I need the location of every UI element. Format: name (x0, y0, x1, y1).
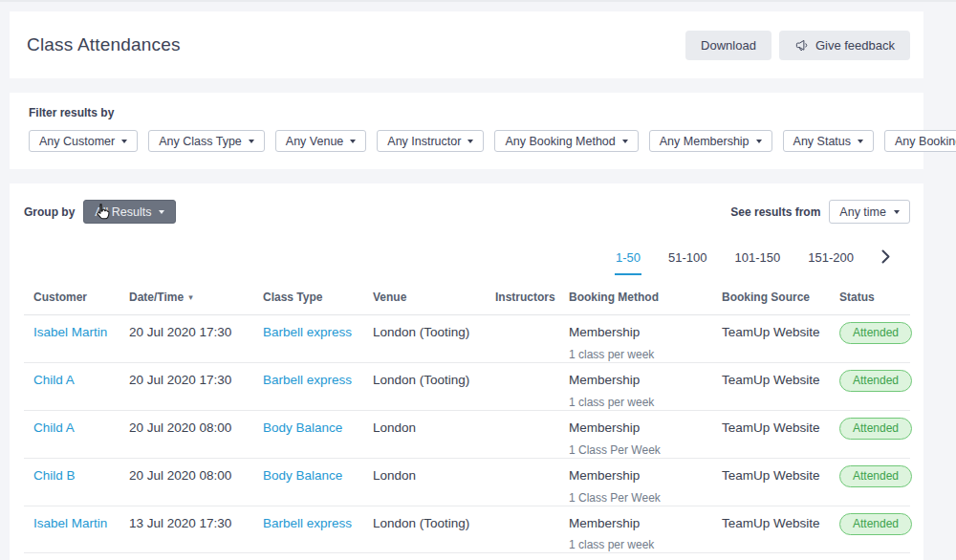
filter-dropdown-row: Any Customer Any Class Type Any Venue An… (29, 130, 904, 152)
table-row: Isabel Martin 20 Jul 2020 17:30 Barbell … (24, 315, 910, 363)
table-header-cell[interactable]: Booking Source (722, 291, 839, 304)
table-row: Child A 20 Jul 2020 17:30 Barbell expres… (24, 363, 910, 411)
booking-method-cell: Membership 1 class per week (569, 325, 722, 362)
table-header-cell[interactable]: Instructors (495, 291, 569, 304)
booking-method: Membership (569, 420, 714, 437)
chevron-down-icon (756, 140, 762, 143)
filter-dropdown[interactable]: Any Membership (649, 130, 772, 152)
pagination: 1-5051-100101-150151-200 (24, 247, 910, 275)
venue-cell: London (373, 420, 495, 437)
table-header-cell[interactable]: Date/Time ▾ (129, 291, 263, 304)
page-title: Class Attendances (27, 34, 181, 55)
datetime-cell: 13 Jul 2020 17:30 (129, 516, 263, 532)
pagination-page[interactable]: 151-200 (807, 247, 855, 275)
table-header-label: Instructors (495, 291, 555, 304)
booking-source-cell: TeamUp Website (722, 420, 839, 437)
chevron-down-icon (467, 140, 473, 143)
filter-dropdown[interactable]: Any Venue (275, 130, 366, 152)
booking-method-detail: 1 class per week (569, 396, 714, 410)
give-feedback-label: Give feedback (815, 38, 895, 53)
table-row: Child A 20 Jul 2020 08:00 Body Balance L… (24, 411, 910, 459)
table-header-label: Date/Time (129, 291, 184, 304)
customer-link[interactable]: Child B (33, 468, 129, 485)
chevron-down-icon (858, 140, 863, 143)
filter-dropdown[interactable]: Any Status (783, 130, 874, 152)
class-type-link[interactable]: Body Balance (263, 468, 373, 485)
customer-link[interactable]: Isabel Martin (33, 516, 129, 532)
venue-cell: London (Tooting) (373, 516, 495, 532)
chevron-down-icon (894, 210, 900, 214)
class-type-link[interactable]: Barbell express (263, 516, 373, 532)
pagination-page[interactable]: 51-100 (667, 247, 707, 275)
table-header-cell[interactable]: Venue (373, 291, 495, 304)
customer-link[interactable]: Isabel Martin (33, 325, 129, 341)
filter-dropdown-label: Any Venue (286, 135, 343, 148)
table-header-row: Customer Date/Time ▾ Class Type Venue In… (24, 291, 910, 315)
pagination-next-button[interactable] (880, 248, 891, 273)
booking-method-cell: Membership 1 Class Per Week (569, 420, 722, 458)
status-badge: Attended (839, 370, 912, 392)
table-header-label: Booking Source (722, 291, 810, 304)
booking-method: Membership (569, 325, 714, 341)
filter-dropdown[interactable]: Any Booking Source (884, 130, 956, 152)
status-badge: Attended (839, 465, 912, 487)
table-header-cell[interactable]: Class Type (263, 291, 373, 304)
filter-dropdown[interactable]: Any Booking Method (494, 130, 638, 152)
results-panel: Group by All Results See results from An… (10, 183, 923, 560)
class-type-link[interactable]: Barbell express (263, 373, 373, 389)
booking-source-cell: TeamUp Website (722, 516, 839, 532)
filter-panel: Filter results by Any Customer Any Class… (10, 93, 923, 169)
table-header-cell[interactable]: Customer (33, 291, 129, 304)
booking-method: Membership (569, 468, 714, 485)
booking-source-cell: TeamUp Website (722, 373, 839, 389)
booking-method: Membership (569, 373, 714, 389)
table-header-cell[interactable]: Status (839, 291, 910, 304)
booking-source-cell: TeamUp Website (722, 325, 839, 341)
see-results-from-label: See results from (730, 205, 820, 219)
status-cell: Attended (839, 420, 920, 440)
table-body: Isabel Martin 20 Jul 2020 17:30 Barbell … (24, 315, 910, 560)
download-button-label: Download (701, 38, 756, 53)
chevron-down-icon (121, 140, 127, 143)
time-range-dropdown[interactable]: Any time (829, 200, 910, 224)
give-feedback-button[interactable]: Give feedback (779, 31, 910, 60)
pagination-pages: 1-5051-100101-150151-200 (615, 247, 855, 275)
page-header: Class Attendances Download Give feedback (10, 11, 923, 78)
booking-method-cell: Membership 1 class per week (569, 373, 722, 410)
filter-results-by-label: Filter results by (29, 106, 904, 119)
chevron-right-icon (880, 248, 891, 268)
venue-cell: London (Tooting) (373, 373, 495, 389)
customer-link[interactable]: Child A (33, 420, 129, 437)
chevron-down-icon (249, 140, 254, 143)
datetime-cell: 20 Jul 2020 17:30 (129, 373, 263, 389)
filter-dropdown-label: Any Instructor (387, 135, 461, 148)
booking-method-cell: Membership 1 class per week (569, 516, 722, 553)
chevron-down-icon (622, 140, 628, 143)
table-header-cell[interactable]: Booking Method (569, 291, 722, 304)
filter-dropdown[interactable]: Any Customer (29, 130, 138, 152)
filter-dropdown[interactable]: Any Instructor (377, 130, 484, 152)
pagination-page[interactable]: 1-50 (615, 247, 641, 275)
sort-descending-icon: ▾ (188, 293, 193, 302)
booking-method-detail: 1 class per week (569, 348, 714, 362)
customer-link[interactable]: Child A (33, 373, 129, 389)
datetime-cell: 20 Jul 2020 08:00 (129, 468, 263, 485)
table-header-label: Booking Method (569, 291, 659, 304)
datetime-cell: 20 Jul 2020 17:30 (129, 325, 263, 341)
class-type-link[interactable]: Body Balance (263, 420, 373, 437)
booking-method-detail: 1 class per week (569, 538, 714, 552)
table-row: Child B 20 Jul 2020 08:00 Body Balance L… (24, 459, 910, 506)
filter-dropdown[interactable]: Any Class Type (148, 130, 265, 152)
group-by-dropdown[interactable]: All Results (83, 200, 176, 224)
status-badge: Attended (839, 513, 912, 535)
download-button[interactable]: Download (685, 31, 771, 60)
table-header-label: Status (839, 291, 875, 304)
table-row: Isabel Martin 13 Jul 2020 17:30 Barbell … (24, 506, 910, 554)
status-badge: Attended (839, 322, 912, 344)
group-by-label: Group by (24, 205, 75, 219)
group-by-value: All Results (95, 205, 151, 219)
booking-method-cell: Membership 1 Class Per Week (569, 468, 722, 506)
see-results-control: See results from Any time (730, 200, 910, 224)
class-type-link[interactable]: Barbell express (263, 325, 373, 341)
pagination-page[interactable]: 101-150 (734, 247, 782, 275)
